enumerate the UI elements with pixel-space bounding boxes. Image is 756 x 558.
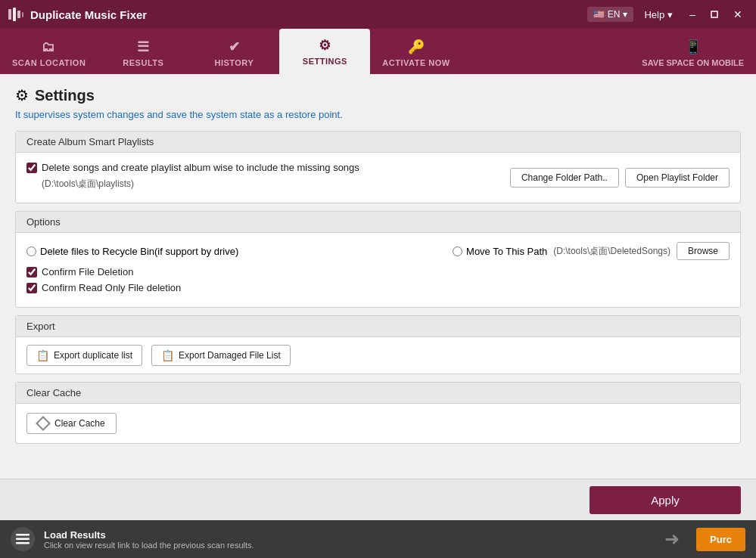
app-title: Duplicate Music Fixer — [30, 8, 147, 21]
help-button[interactable]: Help ▾ — [636, 7, 680, 23]
move-path-display: (D:\tools\桌面\DeletedSongs) — [553, 245, 670, 258]
svg-rect-2 — [17, 11, 20, 18]
purchase-button[interactable]: Purc — [696, 528, 745, 551]
options-body: Delete files to Recycle Bin(if support b… — [16, 233, 740, 307]
move-to-path-group: Move To This Path (D:\tools\桌面\DeletedSo… — [261, 242, 730, 260]
load-results-icon[interactable] — [11, 527, 35, 551]
svg-rect-3 — [22, 12, 23, 17]
playlist-path: (D:\tools\桌面\playlists) — [42, 178, 359, 191]
gear-icon: ⚙ — [15, 86, 29, 104]
activate-icon: 🔑 — [408, 39, 425, 55]
tab-bar: 🗂 SCAN LOCATION ☰ RESULTS ✔ HISTORY ⚙ SE… — [0, 29, 756, 74]
arrow-icon: ➜ — [664, 529, 680, 550]
confirm-file-deletion-checkbox[interactable] — [26, 267, 37, 277]
tab-settings-label: SETTINGS — [303, 57, 347, 66]
clear-cache-section: Clear Cache Clear Cache — [15, 382, 741, 444]
open-playlist-folder-button[interactable]: Open Playlist Folder — [625, 168, 730, 188]
tab-scan-location-label: SCAN LOCATION — [12, 58, 86, 67]
options-section: Options Delete files to Recycle Bin(if s… — [15, 211, 741, 308]
move-to-path-radio[interactable] — [453, 246, 462, 256]
delete-recycle-bin-option[interactable]: Delete files to Recycle Bin(if support b… — [26, 246, 238, 257]
help-label: Help — [644, 9, 664, 20]
export-btn-row: 📋 Export duplicate list 📋 Export Damaged… — [16, 337, 740, 374]
load-results-subtitle: Click on view result link to load the pr… — [44, 541, 655, 550]
browse-button[interactable]: Browse — [677, 242, 730, 260]
clear-cache-header: Clear Cache — [16, 383, 740, 404]
close-button[interactable]: ✕ — [727, 5, 748, 23]
title-bar-left: Duplicate Music Fixer — [8, 6, 147, 23]
language-selector[interactable]: 🇺🇸 EN ▾ — [587, 7, 634, 22]
chevron-down-icon: ▾ — [623, 9, 627, 20]
create-album-body: Delete songs and create playlist album w… — [16, 153, 740, 203]
options-radio-row: Delete files to Recycle Bin(if support b… — [26, 242, 730, 260]
create-album-section: Create Album Smart Playlists Delete song… — [15, 131, 741, 203]
apply-footer: Apply — [0, 479, 756, 520]
move-to-path-option[interactable]: Move To This Path — [453, 246, 547, 257]
clear-cache-button[interactable]: Clear Cache — [26, 413, 117, 434]
bottom-bar-text: Load Results Click on view result link t… — [44, 529, 655, 550]
flag-label: EN — [608, 9, 621, 20]
svg-rect-4 — [711, 11, 717, 17]
export-duplicate-icon: 📋 — [36, 349, 49, 361]
export-header: Export — [16, 316, 740, 337]
confirm-readonly-row: Confirm Read Only File deletion — [26, 282, 730, 293]
tab-results[interactable]: ☰ RESULTS — [98, 32, 188, 74]
svg-rect-5 — [16, 534, 30, 536]
options-header: Options — [16, 212, 740, 233]
settings-icon: ⚙ — [319, 37, 331, 54]
title-bar: Duplicate Music Fixer 🇺🇸 EN ▾ Help ▾ – ✕ — [0, 0, 756, 29]
move-to-path-label: Move To This Path — [466, 246, 547, 257]
tab-history[interactable]: ✔ HISTORY — [188, 32, 279, 74]
export-damaged-icon: 📋 — [161, 349, 174, 361]
tab-save-label: SAVE SPACE ON MOBILE — [642, 58, 744, 67]
delete-create-playlist-row: Delete songs and create playlist album w… — [26, 162, 359, 173]
apply-button[interactable]: Apply — [590, 486, 741, 514]
svg-rect-0 — [8, 9, 11, 20]
load-results-title: Load Results — [44, 529, 655, 541]
settings-subtitle: It supervises system changes and save th… — [15, 109, 741, 120]
tab-save-space-mobile[interactable]: 📱 SAVE SPACE ON MOBILE — [630, 32, 756, 74]
delete-recycle-radio[interactable] — [26, 246, 36, 256]
delete-create-playlist-checkbox[interactable] — [26, 163, 37, 173]
main-content: ⚙ Settings It supervises system changes … — [0, 74, 756, 479]
confirm-readonly-checkbox[interactable] — [26, 283, 37, 293]
confirm-file-deletion-row: Confirm File Deletion — [26, 266, 730, 277]
tab-activate-now[interactable]: 🔑 ACTIVATE NOW — [370, 32, 462, 74]
tab-settings[interactable]: ⚙ SETTINGS — [279, 29, 370, 74]
tab-scan-location[interactable]: 🗂 SCAN LOCATION — [0, 32, 98, 74]
scan-location-icon: 🗂 — [42, 39, 56, 55]
flag-icon: 🇺🇸 — [593, 9, 605, 20]
clear-cache-body: Clear Cache — [16, 404, 740, 443]
confirm-file-deletion-label: Confirm File Deletion — [42, 266, 133, 277]
minimize-button[interactable]: – — [683, 5, 702, 23]
export-duplicate-label: Export duplicate list — [54, 350, 132, 361]
confirm-readonly-label: Confirm Read Only File deletion — [42, 282, 181, 293]
create-album-header: Create Album Smart Playlists — [16, 132, 740, 153]
history-icon: ✔ — [229, 39, 241, 55]
chevron-down-icon: ▾ — [667, 9, 673, 20]
svg-rect-1 — [13, 8, 16, 21]
export-duplicate-list-button[interactable]: 📋 Export duplicate list — [26, 345, 142, 366]
title-bar-controls: 🇺🇸 EN ▾ Help ▾ – ✕ — [587, 5, 748, 23]
export-section: Export 📋 Export duplicate list 📋 Export … — [15, 315, 741, 374]
restore-icon — [711, 11, 718, 18]
svg-rect-7 — [16, 542, 30, 544]
delete-recycle-label: Delete files to Recycle Bin(if support b… — [40, 246, 238, 257]
export-damaged-file-button[interactable]: 📋 Export Damaged File List — [151, 345, 291, 366]
bottom-bar: Load Results Click on view result link t… — [0, 520, 756, 558]
delete-create-playlist-label: Delete songs and create playlist album w… — [42, 162, 359, 173]
clear-cache-label: Clear Cache — [54, 418, 105, 429]
mobile-icon: 📱 — [685, 39, 702, 55]
export-damaged-label: Export Damaged File List — [179, 350, 281, 361]
diamond-icon — [36, 416, 51, 431]
tab-results-label: RESULTS — [123, 58, 163, 67]
svg-rect-6 — [16, 538, 30, 541]
list-icon — [16, 534, 30, 544]
tab-activate-label: ACTIVATE NOW — [382, 58, 450, 67]
restore-button[interactable] — [705, 5, 724, 23]
results-icon: ☰ — [137, 39, 150, 55]
page-title: Settings — [35, 87, 95, 104]
app-logo — [8, 6, 24, 23]
change-folder-path-button[interactable]: Change Folder Path.. — [510, 168, 619, 188]
playlist-btn-row: Change Folder Path.. Open Playlist Folde… — [510, 168, 730, 188]
